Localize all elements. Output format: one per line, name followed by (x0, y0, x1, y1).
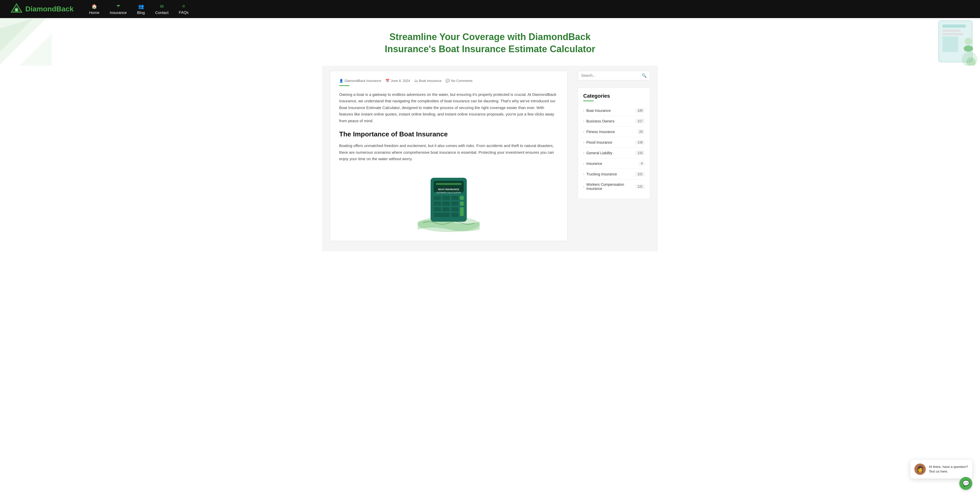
cat-count: 121 (635, 184, 645, 189)
chevron-icon: › (583, 172, 584, 176)
cat-count: 121 (635, 172, 645, 177)
cat-left: › General Liability (583, 151, 612, 155)
nav-item-insurance[interactable]: ☂Insurance (110, 4, 127, 15)
cat-count: 120 (635, 108, 645, 113)
chevron-icon: › (583, 140, 584, 144)
article-author: 👤 DiamondBack Insurance (339, 79, 381, 83)
section1-heading: The Importance of Boat Insurance (339, 130, 558, 138)
categories-widget: Categories › Boat Insurance 120 › Busine… (578, 88, 650, 199)
cat-name: Business Owners (586, 119, 614, 123)
svg-rect-29 (451, 202, 458, 206)
chevron-icon: › (583, 120, 584, 123)
nav-item-faqs[interactable]: ≡FAQs (179, 4, 189, 15)
cat-count: 110 (635, 151, 645, 155)
blog-icon: 👥 (138, 4, 144, 9)
cat-left: › Boat Insurance (583, 108, 611, 113)
contact-icon: ✉ (160, 4, 164, 9)
svg-rect-19 (434, 181, 464, 193)
page-header: Streamline Your Coverage with DiamondBac… (0, 18, 980, 65)
category-item-trucking-insurance[interactable]: › Trucking Insurance 121 (583, 169, 645, 180)
svg-rect-28 (442, 202, 450, 206)
svg-rect-30 (460, 202, 464, 206)
cat-name: Insurance (586, 161, 602, 166)
article-divider (339, 85, 350, 86)
svg-rect-10 (943, 30, 961, 32)
svg-rect-9 (943, 24, 966, 28)
category-item-general-liability[interactable]: › General Liability 110 (583, 148, 645, 158)
search-button[interactable]: 🔍 (642, 73, 647, 78)
chevron-icon: › (583, 185, 584, 188)
page-title: Streamline Your Coverage with DiamondBac… (374, 26, 606, 63)
search-box[interactable]: 🔍 (578, 71, 650, 80)
category-item-workers-compensation[interactable]: › Workers Compensation Insurance 121 (583, 180, 645, 193)
cat-name: General Liability (586, 151, 612, 155)
chevron-icon: › (583, 151, 584, 155)
article-image: BOAT INSURANCE ESTIMATE CALCULATOR (339, 167, 558, 233)
svg-rect-24 (442, 196, 450, 200)
calc-illustration: BOAT INSURANCE ESTIMATE CALCULATOR (415, 167, 482, 232)
chevron-icon: › (583, 130, 584, 134)
svg-rect-11 (943, 33, 963, 35)
nav-links: 🏠Home ☂Insurance 👥Blog ✉Contact ≡FAQs (89, 4, 189, 15)
cat-left: › Insurance (583, 161, 602, 166)
article-date: 📅 June 8, 2024 (385, 79, 410, 83)
svg-rect-23 (434, 196, 441, 200)
section1-body: Boating offers unmatched freedom and exc… (339, 142, 558, 162)
cat-name: Trucking Insurance (586, 172, 617, 176)
categories-title-bar (583, 100, 593, 101)
nav-item-blog[interactable]: 👥Blog (137, 4, 145, 15)
sidebar: 🔍 Categories › Boat Insurance 120 › Busi… (578, 71, 650, 241)
svg-rect-35 (434, 213, 450, 217)
svg-point-16 (964, 45, 973, 52)
categories-title: Categories (583, 93, 645, 99)
cat-name: Boat Insurance (586, 108, 611, 113)
cat-name: Fitness Insurance (586, 130, 615, 134)
svg-rect-33 (451, 207, 458, 211)
nav-item-contact[interactable]: ✉Contact (155, 4, 169, 15)
logo-icon: B (10, 3, 23, 15)
category-item-business-owners[interactable]: › Business Owners 117 (583, 116, 645, 127)
category-icon: 🗂 (414, 79, 418, 83)
main-layout: 👤 DiamondBack Insurance 📅 June 8, 2024 🗂… (322, 65, 658, 252)
cat-count: 23 (637, 129, 645, 134)
svg-rect-25 (451, 196, 458, 200)
chevron-icon: › (583, 162, 584, 165)
svg-text:BOAT INSURANCE: BOAT INSURANCE (438, 188, 459, 191)
insurance-icon: ☂ (116, 4, 120, 9)
author-icon: 👤 (339, 79, 343, 83)
cat-left: › Business Owners (583, 119, 614, 123)
cat-left: › Fitness Insurance (583, 130, 615, 134)
logo[interactable]: B DiamondBack (10, 3, 74, 15)
svg-text:ESTIMATE CALCULATOR: ESTIMATE CALCULATOR (436, 191, 461, 194)
svg-rect-20 (436, 183, 461, 185)
svg-rect-12 (943, 37, 958, 52)
faqs-icon: ≡ (182, 4, 185, 9)
category-item-flood-insurance[interactable]: › Flood Insurance 118 (583, 137, 645, 148)
brand-name: DiamondBack (25, 5, 74, 13)
cat-left: › Trucking Insurance (583, 172, 617, 176)
cat-name: Flood Insurance (586, 140, 612, 144)
article-meta: 👤 DiamondBack Insurance 📅 June 8, 2024 🗂… (339, 79, 558, 83)
article-category: 🗂 Boat Insurance (414, 79, 441, 83)
navbar: B DiamondBack 🏠Home ☂Insurance 👥Blog ✉Co… (0, 0, 980, 18)
cat-left: › Flood Insurance (583, 140, 612, 144)
header-deco-right (934, 18, 980, 65)
svg-rect-31 (434, 207, 441, 211)
category-item-insurance[interactable]: › Insurance 4 (583, 158, 645, 169)
svg-point-15 (965, 38, 972, 45)
home-icon: 🏠 (91, 4, 97, 9)
calendar-icon: 📅 (385, 79, 390, 83)
category-item-fitness-insurance[interactable]: › Fitness Insurance 23 (583, 127, 645, 137)
search-input[interactable] (581, 73, 642, 78)
nav-item-home[interactable]: 🏠Home (89, 4, 99, 15)
category-item-boat-insurance[interactable]: › Boat Insurance 120 (583, 105, 645, 116)
cat-count: 4 (639, 161, 645, 166)
cat-count: 118 (635, 140, 645, 145)
chevron-icon: › (583, 109, 584, 112)
cat-name: Workers Compensation Insurance (586, 182, 635, 191)
article-comments: 💬 No Comments (445, 79, 473, 83)
article: 👤 DiamondBack Insurance 📅 June 8, 2024 🗂… (330, 71, 568, 241)
comment-icon: 💬 (445, 79, 450, 83)
svg-text:B: B (16, 8, 18, 11)
article-body: Owning a boat is a gateway to endless ad… (339, 91, 558, 233)
